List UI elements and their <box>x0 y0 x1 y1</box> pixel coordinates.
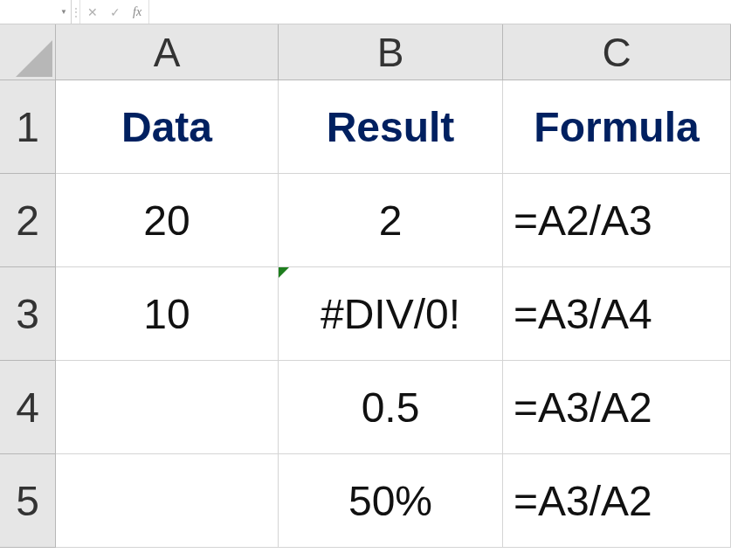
cell-B4[interactable]: 0.5 <box>279 361 503 454</box>
cancel-icon[interactable]: ✕ <box>87 5 98 19</box>
formula-bar-separator: ⋮ <box>72 0 80 24</box>
cell-B2[interactable]: 2 <box>279 174 503 267</box>
cell-C1[interactable]: Formula <box>503 80 731 174</box>
row-header-4[interactable]: 4 <box>0 361 56 454</box>
cell-B1[interactable]: Result <box>279 80 503 174</box>
chevron-down-icon[interactable]: ▼ <box>60 8 67 16</box>
cell-A5[interactable] <box>56 454 279 548</box>
spreadsheet-grid: A B C 1 Data Result Formula 2 20 2 =A2/A… <box>0 24 731 548</box>
cell-B5[interactable]: 50% <box>279 454 503 548</box>
cell-C2[interactable]: =A2/A3 <box>503 174 731 267</box>
fx-icon[interactable]: fx <box>133 5 141 19</box>
col-header-C[interactable]: C <box>503 24 731 80</box>
formula-bar-controls: ✕ ✓ fx <box>80 0 149 24</box>
cell-A4[interactable] <box>56 361 279 454</box>
col-header-B[interactable]: B <box>279 24 503 80</box>
select-all-corner[interactable] <box>0 24 56 80</box>
row-header-2[interactable]: 2 <box>0 174 56 267</box>
cell-C5[interactable]: =A3/A2 <box>503 454 731 548</box>
row-header-3[interactable]: 3 <box>0 267 56 361</box>
cell-A3[interactable]: 10 <box>56 267 279 361</box>
cell-A1[interactable]: Data <box>56 80 279 174</box>
enter-icon[interactable]: ✓ <box>110 5 121 19</box>
name-box[interactable]: ▼ <box>0 0 72 24</box>
row-header-5[interactable]: 5 <box>0 454 56 548</box>
cell-C4[interactable]: =A3/A2 <box>503 361 731 454</box>
cell-A2[interactable]: 20 <box>56 174 279 267</box>
row-header-1[interactable]: 1 <box>0 80 56 174</box>
cell-B3[interactable]: #DIV/0! <box>279 267 503 361</box>
cell-C3[interactable]: =A3/A4 <box>503 267 731 361</box>
formula-bar: ▼ ⋮ ✕ ✓ fx <box>0 0 731 24</box>
col-header-A[interactable]: A <box>56 24 279 80</box>
formula-input[interactable] <box>149 0 731 24</box>
